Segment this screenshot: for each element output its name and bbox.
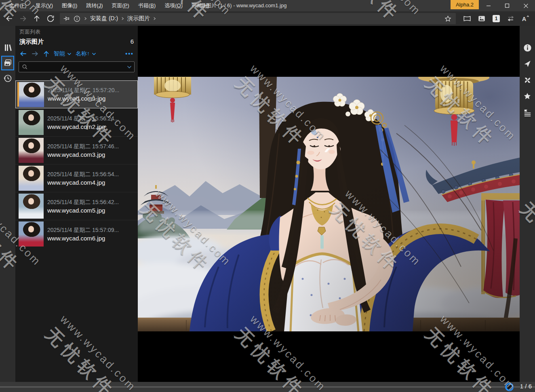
search-box[interactable]	[19, 61, 135, 72]
version-badge: Alpha.2	[451, 0, 479, 9]
nav-forward-button[interactable]	[16, 13, 30, 25]
menu-item[interactable]: 跳转(J)	[82, 0, 107, 11]
star-icon	[523, 92, 532, 101]
item-filename: www.wycad.com5.jpg	[47, 206, 119, 215]
panel-toolbar: 智能 名称↑ •••	[15, 46, 138, 59]
right-sidebar	[520, 26, 535, 382]
refresh-icon	[46, 14, 55, 23]
item-meta: 2025/11/4 星期二 15:56:42...www.wycad.com5.…	[47, 198, 119, 215]
menubar: 文件(F)显示(V)图像(I)跳转(J)页面(P)书籍(B)选项(O)帮助(H)	[0, 0, 214, 11]
main-image[interactable]	[138, 77, 520, 331]
slider-thumb[interactable]	[505, 383, 514, 391]
search-dropdown-chevron[interactable]	[127, 65, 132, 69]
list-up-button[interactable]	[43, 51, 50, 57]
chevron-down-icon	[92, 52, 96, 56]
minimize-button[interactable]	[479, 0, 498, 11]
up-icon	[32, 14, 41, 23]
reading-direction-button[interactable]	[503, 13, 518, 25]
list-item[interactable]: 2025/11/4 星期二 15:56:24...www.wycad.com2.…	[15, 108, 138, 136]
nav-back-button[interactable]	[2, 13, 16, 25]
chevron-right-icon	[120, 17, 126, 21]
item-date: 2025/11/4 星期二 15:57:46...	[47, 142, 119, 150]
list-item[interactable]: 2025/11/4 星期二 15:57:09...www.wycad.com6.…	[15, 220, 138, 248]
breadcrumb: 安装盘 (D:)演示图片	[82, 15, 158, 22]
sort-order-button[interactable]: 名称↑	[76, 50, 96, 57]
refresh-button[interactable]	[44, 13, 57, 25]
thumbnail[interactable]	[19, 166, 44, 191]
navigator-arrow-icon	[523, 59, 532, 68]
thumbnail[interactable]	[19, 138, 44, 163]
info-panel-button[interactable]	[520, 40, 535, 56]
menu-item[interactable]: 文件(F)	[5, 0, 31, 11]
page-list-button[interactable]	[1, 56, 14, 70]
list-item[interactable]: 2025/11/4 星期二 15:57:46...www.wycad.com3.…	[15, 136, 138, 164]
item-date: 2025/11/4 星期二 15:57:09...	[47, 226, 119, 234]
book-title: 演示图片	[19, 38, 44, 46]
panel-title: 页面列表	[15, 26, 138, 36]
svg-text:A: A	[522, 16, 527, 22]
playlist-button[interactable]	[520, 104, 535, 120]
maximize-button[interactable]	[498, 0, 516, 11]
titlebar: 文件(F)显示(V)图像(I)跳转(J)页面(P)书籍(B)选项(O)帮助(H)…	[0, 0, 535, 11]
single-page-button[interactable]: 1	[489, 13, 503, 25]
status-bar: 1 / 6	[0, 382, 535, 392]
bookshelf-button[interactable]	[0, 40, 15, 56]
pin-icon[interactable]	[62, 15, 70, 23]
sort-order-label: 名称↑	[76, 50, 90, 57]
window-controls	[479, 0, 535, 11]
history-button[interactable]	[0, 70, 15, 86]
address-toolbar: 安装盘 (D:)演示图片 1 A	[0, 11, 535, 26]
back-icon	[5, 14, 14, 23]
page-slider[interactable]	[0, 386, 535, 388]
toolbar-right-icons: 1 A	[460, 13, 533, 25]
breadcrumb-item[interactable]: 演示图片	[126, 15, 152, 22]
maximize-icon	[505, 3, 510, 8]
main-viewer[interactable]	[138, 26, 520, 382]
bookmark-star-button[interactable]	[442, 13, 453, 24]
list-back-button[interactable]	[19, 51, 27, 57]
more-button[interactable]: •••	[125, 51, 134, 57]
search-icon	[21, 63, 28, 70]
effects-button[interactable]	[520, 72, 535, 88]
item-filename: www.wycad.com2.jpg	[47, 122, 119, 131]
font-size-button[interactable]: A	[518, 13, 533, 25]
panorama-icon	[463, 14, 472, 23]
item-filename: www.wycad.com3.jpg	[47, 150, 119, 159]
star-icon	[444, 15, 452, 23]
thumbnail[interactable]	[19, 194, 44, 219]
image-icon	[477, 14, 486, 23]
sort-mode-button[interactable]: 智能	[54, 50, 72, 57]
address-field[interactable]: 安装盘 (D:)演示图片	[60, 13, 456, 24]
close-button[interactable]	[516, 0, 535, 11]
thumbnail[interactable]	[19, 82, 44, 107]
list-forward-button[interactable]	[31, 51, 39, 57]
search-input[interactable]	[28, 63, 127, 70]
nav-up-button[interactable]	[30, 13, 44, 25]
page-list: 2025/11/4 星期二 15:57:20...www.wycad.com1.…	[15, 80, 138, 382]
page-count: 6	[131, 38, 134, 45]
thumbnail[interactable]	[19, 221, 44, 247]
window-title: 演示图片 (1 / 6) - www.wycad.com1.jpg	[196, 0, 286, 11]
list-item[interactable]: 2025/11/4 星期二 15:56:54...www.wycad.com4.…	[15, 164, 138, 192]
item-date: 2025/11/4 星期二 15:57:20...	[48, 86, 119, 94]
menu-item[interactable]: 显示(V)	[31, 0, 57, 11]
item-meta: 2025/11/4 星期二 15:56:24...www.wycad.com2.…	[47, 114, 119, 131]
image-view-button[interactable]	[474, 13, 489, 25]
bookmark-button[interactable]	[520, 88, 535, 104]
info-icon	[523, 43, 532, 53]
navigator-button[interactable]	[520, 56, 535, 72]
menu-item[interactable]: 选项(O)	[160, 0, 187, 11]
left-sidebar	[0, 26, 15, 382]
pinwheel-icon	[523, 76, 532, 85]
breadcrumb-item[interactable]: 安装盘 (D:)	[88, 15, 120, 22]
minimize-icon	[486, 3, 491, 8]
chevron-right-icon	[152, 17, 158, 21]
menu-item[interactable]: 书籍(B)	[134, 0, 160, 11]
list-item[interactable]: 2025/11/4 星期二 15:57:20...www.wycad.com1.…	[15, 80, 138, 108]
info-icon[interactable]	[73, 15, 81, 23]
menu-item[interactable]: 图像(I)	[57, 0, 82, 11]
panorama-view-button[interactable]	[460, 13, 474, 25]
list-item[interactable]: 2025/11/4 星期二 15:56:42...www.wycad.com5.…	[15, 192, 138, 220]
thumbnail[interactable]	[19, 110, 44, 135]
menu-item[interactable]: 页面(P)	[107, 0, 134, 11]
